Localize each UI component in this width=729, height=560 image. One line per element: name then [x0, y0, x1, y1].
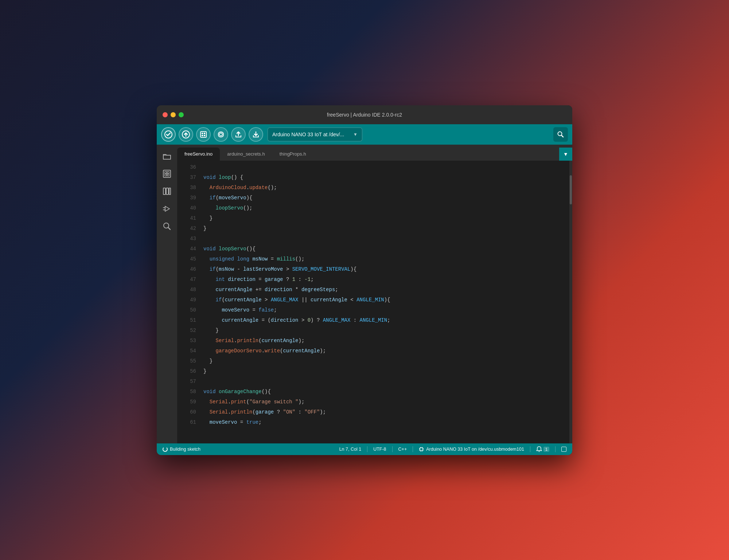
- upload-button[interactable]: [179, 127, 193, 142]
- upload-file-icon: [235, 131, 242, 138]
- window-controls: [163, 112, 184, 117]
- serial-monitor-icon: [561, 447, 566, 452]
- code-content[interactable]: void loop() { ArduinoCloud.update(); if(…: [199, 161, 569, 443]
- iot-icon: [217, 131, 225, 138]
- svg-rect-5: [204, 133, 205, 134]
- search-button[interactable]: [553, 127, 568, 142]
- svg-rect-14: [165, 174, 167, 176]
- svg-rect-7: [204, 135, 205, 136]
- svg-rect-12: [165, 172, 167, 173]
- svg-rect-3: [200, 132, 206, 137]
- notification-badge[interactable]: 1: [536, 446, 549, 452]
- editor-area: freeServo.ino arduino_secrets.h thingPro…: [177, 145, 572, 443]
- svg-rect-24: [420, 448, 423, 451]
- svg-rect-18: [169, 188, 171, 195]
- svg-rect-17: [166, 188, 168, 195]
- library-icon: [162, 187, 172, 196]
- folder-icon: [162, 152, 172, 161]
- status-separator-4: [530, 446, 530, 452]
- toolbar: Arduino NANO 33 IoT at /dev/... ▼: [157, 124, 572, 145]
- notification-icon: [536, 446, 542, 452]
- sidebar: [157, 145, 177, 443]
- svg-point-8: [219, 133, 222, 136]
- building-status: Building sketch: [163, 447, 200, 452]
- device-status: Arduino NANO 33 IoT on /dev/cu.usbmodem1…: [419, 447, 524, 452]
- line-col-status: Ln 7, Col 1: [339, 447, 361, 452]
- svg-line-10: [562, 135, 564, 137]
- serial-monitor-button[interactable]: [561, 447, 566, 452]
- chevron-down-icon: ▼: [353, 132, 358, 137]
- sidebar-item-files[interactable]: [159, 148, 175, 164]
- tab-arduino-secrets[interactable]: arduino_secrets.h: [220, 148, 272, 161]
- upload-file-button[interactable]: [231, 127, 246, 142]
- svg-marker-19: [165, 206, 169, 211]
- status-separator-2: [392, 446, 393, 452]
- tab-freeservo[interactable]: freeServo.ino: [177, 148, 220, 161]
- scrollbar-thumb[interactable]: [570, 175, 572, 204]
- maximize-button[interactable]: [179, 112, 184, 117]
- close-button[interactable]: [163, 112, 168, 117]
- minimize-button[interactable]: [171, 112, 176, 117]
- svg-rect-16: [163, 188, 165, 195]
- sidebar-item-debug[interactable]: [159, 201, 175, 217]
- svg-rect-13: [167, 172, 169, 173]
- line-numbers: 36 37 38 39 40 41 42 43 44 45 46 47 48 4…: [177, 161, 199, 443]
- sidebar-search-icon: [162, 222, 172, 231]
- checkmark-icon: [164, 130, 172, 138]
- sidebar-item-search[interactable]: [159, 218, 175, 234]
- main-area: freeServo.ino arduino_secrets.h thingPro…: [157, 145, 572, 443]
- search-icon: [557, 131, 564, 138]
- title-bar: freeServo | Arduino IDE 2.0.0-rc2: [157, 105, 572, 124]
- loading-icon: [163, 447, 168, 452]
- scrollbar[interactable]: [569, 161, 572, 443]
- status-separator-5: [555, 446, 555, 452]
- language-status: C++: [398, 447, 407, 452]
- status-bar: Building sketch Ln 7, Col 1 UTF-8 C++: [157, 443, 572, 455]
- svg-line-23: [168, 227, 171, 230]
- window-title: freeServo | Arduino IDE 2.0.0-rc2: [327, 112, 402, 118]
- verify-button[interactable]: [161, 127, 176, 142]
- upload-icon: [182, 130, 190, 138]
- sketchbook-icon: [200, 131, 207, 138]
- chip-icon: [419, 447, 424, 452]
- main-window: freeServo | Arduino IDE 2.0.0-rc2: [157, 105, 572, 455]
- code-editor[interactable]: 36 37 38 39 40 41 42 43 44 45 46 47 48 4…: [177, 161, 572, 443]
- svg-rect-4: [202, 133, 203, 134]
- status-right: Ln 7, Col 1 UTF-8 C++ Arduino NANO: [339, 446, 566, 452]
- svg-rect-11: [163, 170, 171, 177]
- tab-bar: freeServo.ino arduino_secrets.h thingPro…: [177, 145, 572, 161]
- encoding-status: UTF-8: [373, 447, 386, 452]
- svg-rect-15: [167, 174, 169, 176]
- sidebar-item-boards[interactable]: [159, 166, 175, 182]
- board-icon: [162, 169, 172, 179]
- debug-icon: [162, 204, 172, 214]
- status-separator-3: [413, 446, 413, 452]
- status-separator-1: [367, 446, 367, 452]
- notification-count: 1: [543, 447, 549, 452]
- download-icon: [252, 131, 260, 138]
- device-selector[interactable]: Arduino NANO 33 IoT at /dev/... ▼: [268, 128, 362, 141]
- tab-dropdown-button[interactable]: ▼: [559, 148, 572, 161]
- download-button[interactable]: [249, 127, 263, 142]
- device-selector-text: Arduino NANO 33 IoT at /dev/...: [272, 132, 350, 137]
- tab-thingprops[interactable]: thingProps.h: [272, 148, 313, 161]
- sidebar-item-library[interactable]: [159, 183, 175, 199]
- svg-rect-6: [202, 135, 203, 136]
- iot-button[interactable]: [214, 127, 228, 142]
- sketchbook-button[interactable]: [196, 127, 211, 142]
